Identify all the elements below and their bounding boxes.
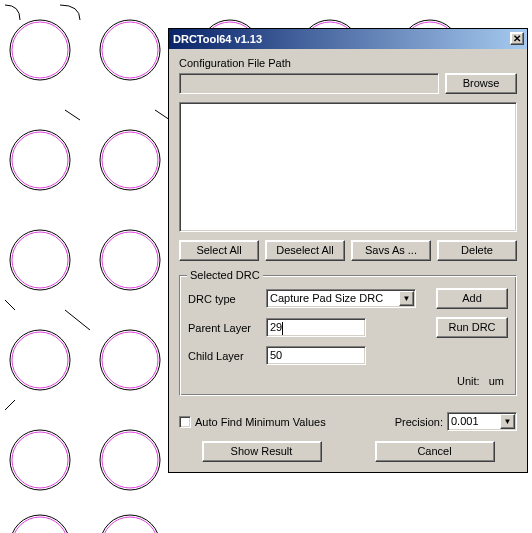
- close-icon[interactable]: ✕: [510, 32, 524, 45]
- add-button[interactable]: Add: [436, 288, 508, 309]
- auto-find-checkbox[interactable]: Auto Find Minimum Values: [179, 416, 326, 428]
- window-title: DRCTool64 v1.13: [173, 33, 262, 45]
- precision-label: Precision:: [395, 416, 443, 428]
- config-path-label: Configuration File Path: [179, 57, 517, 69]
- config-path-field[interactable]: [179, 73, 439, 94]
- title-bar[interactable]: DRCTool64 v1.13 ✕: [169, 29, 527, 49]
- drc-type-select[interactable]: Capture Pad Size DRC ▼: [266, 289, 416, 308]
- select-all-button[interactable]: Select All: [179, 240, 259, 261]
- delete-button[interactable]: Delete: [437, 240, 517, 261]
- selected-drc-group: Selected DRC DRC type Capture Pad Size D…: [179, 275, 517, 396]
- deselect-all-button[interactable]: Deselect All: [265, 240, 345, 261]
- drc-tool-dialog: DRCTool64 v1.13 ✕ Configuration File Pat…: [168, 28, 528, 473]
- drc-type-label: DRC type: [188, 293, 258, 305]
- run-drc-button[interactable]: Run DRC: [436, 317, 508, 338]
- save-as-button[interactable]: Savs As ...: [351, 240, 431, 261]
- unit-value: um: [489, 375, 504, 387]
- cancel-button[interactable]: Cancel: [375, 441, 495, 462]
- chevron-down-icon: ▼: [399, 291, 414, 306]
- show-result-button[interactable]: Show Result: [202, 441, 322, 462]
- parent-layer-label: Parent Layer: [188, 322, 258, 334]
- precision-select[interactable]: 0.001 ▼: [447, 412, 517, 431]
- child-layer-input[interactable]: 50: [266, 346, 366, 365]
- parent-layer-input[interactable]: 29: [266, 318, 366, 337]
- selected-drc-title: Selected DRC: [187, 269, 263, 281]
- child-layer-label: Child Layer: [188, 350, 258, 362]
- auto-find-label: Auto Find Minimum Values: [195, 416, 326, 428]
- chevron-down-icon: ▼: [500, 414, 515, 429]
- unit-label: Unit:: [457, 375, 480, 387]
- browse-button[interactable]: Browse: [445, 73, 517, 94]
- drc-listbox[interactable]: [179, 102, 517, 232]
- checkbox-icon: [179, 416, 191, 428]
